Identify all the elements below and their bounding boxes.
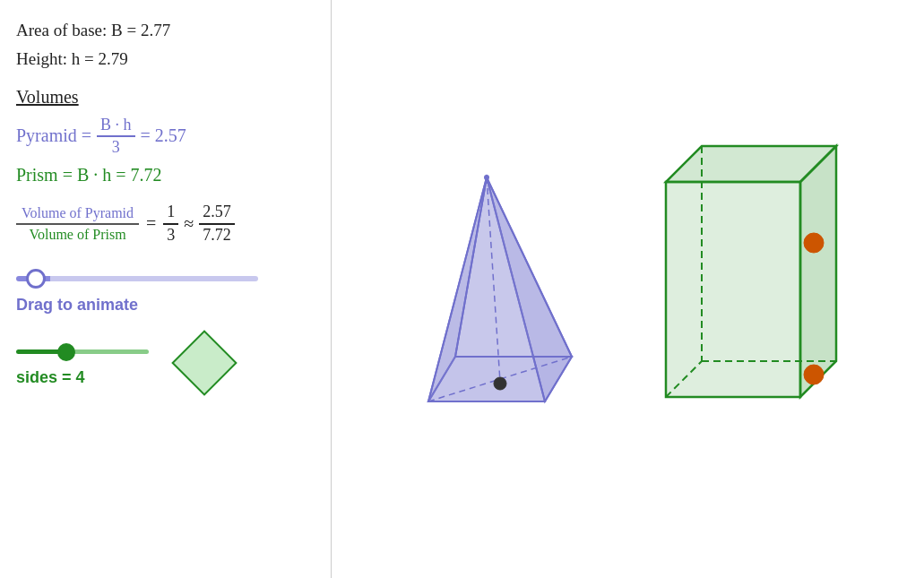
svg-point-8 [494,377,506,390]
svg-point-17 [804,365,824,384]
pyramid-numerator: B · h [97,115,135,137]
area-label: Area of base: B = 2.77 [16,16,313,45]
diamond-container [168,327,240,399]
ratio-third-den: 3 [163,225,178,246]
animate-slider-container[interactable] [16,265,258,292]
prism-formula: Prism = B · h = 7.72 [16,165,313,185]
ratio-approx: ≈ [184,213,194,234]
ratio-third-num: 1 [163,202,178,224]
svg-marker-4 [455,177,572,357]
pyramid-result: = 2.57 [141,125,186,146]
pyramid-label: Pyramid = [16,125,91,146]
ratio-bottom-label: Volume of Prism [23,225,131,243]
ratio-third: 1 3 [163,202,178,246]
animate-slider-section: Drag to animate [16,265,313,315]
ratio-val-den: 7.72 [199,225,235,246]
sides-thumb[interactable] [57,343,75,361]
sides-track [16,349,149,354]
sides-label: sides = 4 [16,368,149,387]
volumes-heading: Volumes [16,87,313,108]
left-panel: Area of base: B = 2.77 Height: h = 2.79 … [0,0,332,578]
sides-slider-wrap: sides = 4 [16,340,149,387]
sides-section: sides = 4 [16,327,313,399]
ratio-values: 1 3 ≈ 2.57 7.72 [163,202,234,246]
ratio-fraction-label: Volume of Pyramid Volume of Prism [16,205,139,243]
pyramid-fraction: B · h 3 [97,115,135,159]
svg-point-16 [804,233,824,253]
animate-slider-thumb[interactable] [26,269,46,289]
ratio-val-num: 2.57 [199,202,235,224]
sides-slider-container[interactable] [16,340,149,365]
height-label: Height: h = 2.79 [16,45,313,73]
pyramid-denominator: 3 [108,137,124,158]
ratio-val: 2.57 7.72 [199,202,235,246]
svg-rect-10 [666,182,800,397]
prism-svg [639,110,872,469]
svg-marker-12 [800,146,836,397]
drag-label: Drag to animate [16,296,313,315]
ratio-section: Volume of Pyramid Volume of Prism = 1 3 … [16,202,313,246]
sides-label-text: sides = 4 [16,368,85,386]
ratio-top-label: Volume of Pyramid [16,205,139,225]
right-panel [332,0,924,578]
animate-slider-track [16,276,258,281]
ratio-equals: = [146,213,156,234]
pyramid-svg [384,124,590,455]
diamond-shape [171,330,237,396]
pyramid-formula: Pyramid = B · h 3 = 2.57 [16,115,313,159]
svg-point-9 [484,175,489,180]
